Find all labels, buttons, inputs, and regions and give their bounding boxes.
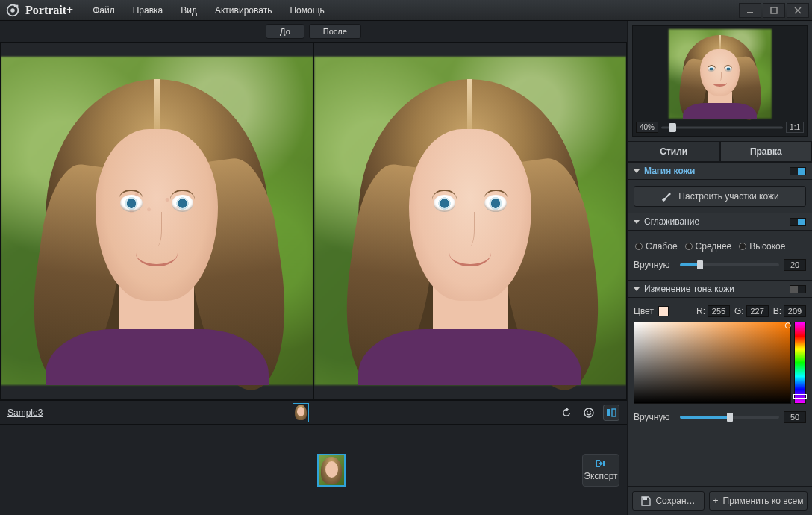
section-title: Магия кожи	[644, 166, 790, 176]
svg-rect-10	[607, 409, 610, 416]
close-button[interactable]	[787, 3, 809, 18]
tone-value[interactable]: 50	[784, 411, 806, 423]
configure-skin-label: Настроить участки кожи	[678, 191, 778, 202]
svg-point-8	[587, 411, 588, 412]
smoothing-slider-handle[interactable]	[697, 260, 703, 269]
radio-low[interactable]: Слабое	[635, 241, 678, 252]
tab-edit[interactable]: Правка	[720, 141, 813, 162]
panel-scroll: Магия кожи Настроить участки кожи Сглажи…	[628, 162, 812, 486]
tone-slider-handle[interactable]	[727, 413, 733, 422]
radio-high-label: Высокое	[749, 241, 785, 252]
r-value[interactable]: 255	[708, 305, 730, 317]
face-detect-thumb[interactable]	[293, 403, 309, 422]
color-swatch[interactable]	[658, 306, 669, 316]
skin-magic-toggle[interactable]	[790, 167, 806, 175]
compare-view	[0, 42, 627, 400]
radio-low-label: Слабое	[646, 241, 678, 252]
b-label: B:	[773, 306, 781, 316]
navigator: 40% 1:1	[632, 25, 808, 137]
color-picker-sv[interactable]	[634, 322, 791, 404]
section-title: Изменение тона кожи	[644, 284, 790, 294]
svg-point-9	[590, 411, 591, 412]
chevron-down-icon	[634, 220, 640, 224]
filmstrip-thumb[interactable]	[317, 454, 346, 487]
export-icon	[594, 458, 608, 469]
app-title: Portrait+	[25, 4, 73, 17]
menu-help[interactable]: Помощь	[282, 2, 331, 19]
menu-edit[interactable]: Правка	[125, 2, 171, 19]
b-value[interactable]: 209	[784, 305, 806, 317]
panel-tabs: Стили Правка	[628, 141, 812, 162]
plus-icon: +	[713, 496, 719, 506]
chevron-down-icon	[634, 287, 640, 291]
after-button[interactable]: После	[309, 24, 361, 39]
info-strip: Sample3	[0, 400, 627, 424]
titlebar: Portrait+ Файл Правка Вид Активировать П…	[0, 0, 812, 21]
hue-handle[interactable]	[793, 394, 807, 399]
section-title: Сглаживание	[644, 216, 790, 227]
configure-skin-button[interactable]: Настроить участки кожи	[634, 186, 806, 207]
filmstrip: Экспорт	[0, 424, 627, 515]
work-area: До После	[0, 21, 627, 515]
zoom-slider-handle[interactable]	[669, 123, 676, 132]
sv-picker-handle[interactable]	[785, 322, 791, 328]
side-panel: 40% 1:1 Стили Правка Магия кожи Настроит…	[627, 21, 812, 515]
svg-rect-4	[771, 7, 777, 13]
radio-medium[interactable]: Среднее	[685, 241, 732, 252]
svg-rect-2	[14, 4, 19, 7]
smile-icon[interactable]	[581, 405, 597, 421]
maximize-button[interactable]	[763, 3, 785, 18]
smoothing-value[interactable]: 20	[784, 259, 806, 271]
svg-rect-12	[603, 461, 605, 466]
brush-icon	[660, 191, 672, 202]
menu-activate[interactable]: Активировать	[207, 2, 279, 19]
tone-slider[interactable]	[680, 416, 779, 419]
zoom-slider[interactable]	[661, 123, 783, 132]
export-label: Экспорт	[584, 471, 617, 481]
export-button[interactable]: Экспорт	[582, 454, 619, 487]
zoom-value: 40%	[636, 122, 658, 133]
before-pane[interactable]	[0, 42, 313, 400]
section-smoothing[interactable]: Сглаживание	[628, 213, 812, 231]
menu-file[interactable]: Файл	[85, 2, 122, 19]
window-buttons	[737, 3, 809, 18]
color-label: Цвет	[634, 306, 654, 316]
panel-bottom-bar: Сохран… + Применить ко всем	[628, 486, 812, 515]
section-skin-magic[interactable]: Магия кожи	[628, 162, 812, 180]
save-button[interactable]: Сохран…	[632, 491, 705, 511]
svg-rect-11	[612, 409, 616, 416]
g-label: G:	[734, 306, 744, 316]
svg-point-1	[10, 8, 15, 13]
smoothing-slider[interactable]	[680, 263, 779, 266]
apply-all-button[interactable]: + Применить ко всем	[709, 491, 808, 511]
save-label: Сохран…	[655, 496, 695, 506]
smoothing-toggle[interactable]	[790, 218, 806, 226]
section-tone[interactable]: Изменение тона кожи	[628, 280, 812, 298]
zoom-1to1-button[interactable]: 1:1	[786, 122, 804, 133]
r-label: R:	[696, 306, 705, 316]
rotate-icon[interactable]	[558, 405, 575, 421]
current-filename[interactable]: Sample3	[7, 408, 43, 418]
tab-styles[interactable]: Стили	[628, 141, 720, 162]
menu-view[interactable]: Вид	[173, 2, 204, 19]
tone-manual-label: Вручную	[634, 412, 675, 422]
svg-point-7	[584, 408, 593, 417]
smoothing-manual-label: Вручную	[634, 260, 675, 270]
tone-toggle[interactable]	[790, 285, 806, 293]
chevron-down-icon	[634, 169, 640, 173]
compare-header: До После	[0, 21, 627, 42]
app-logo-icon	[4, 2, 21, 19]
svg-rect-13	[643, 497, 647, 500]
radio-medium-label: Среднее	[696, 241, 732, 252]
menu-bar: Файл Правка Вид Активировать Помощь	[85, 2, 332, 19]
apply-all-label: Применить ко всем	[723, 496, 804, 506]
after-pane[interactable]	[313, 42, 628, 400]
compare-toggle-icon[interactable]	[603, 405, 619, 421]
g-value[interactable]: 227	[746, 305, 769, 317]
minimize-button[interactable]	[739, 3, 761, 18]
before-button[interactable]: До	[266, 24, 304, 39]
radio-high[interactable]: Высокое	[739, 241, 785, 252]
navigator-preview[interactable]	[636, 29, 804, 119]
save-icon	[641, 496, 651, 506]
color-picker-hue[interactable]	[794, 322, 806, 404]
